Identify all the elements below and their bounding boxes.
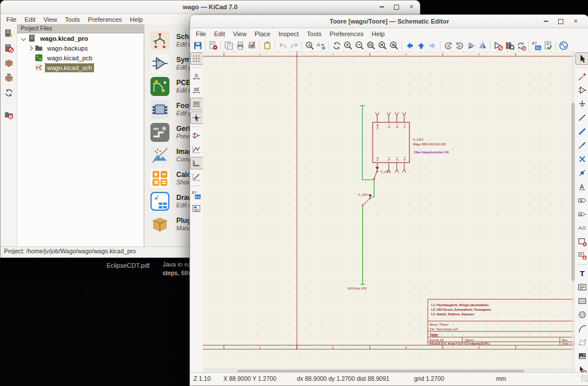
pm-menu-file[interactable]: File [2, 15, 21, 24]
pm-menu-help[interactable]: Help [126, 15, 147, 24]
rectangle-tool[interactable] [575, 295, 588, 307]
nav-forward-button[interactable] [427, 40, 438, 51]
sch-menu-place[interactable]: Place [250, 29, 274, 38]
mirror-vertical-button[interactable] [465, 40, 477, 51]
pm-menu-preferences[interactable]: Preferences [84, 15, 126, 24]
sch-menu-file[interactable]: File [192, 29, 210, 38]
new-project-button[interactable] [2, 26, 16, 39]
simulator-button[interactable] [558, 40, 569, 51]
schematic-canvas[interactable]: 1 2 3 4 12 34 [203, 51, 575, 369]
bus-entry-tool[interactable] [575, 139, 588, 152]
nav-back-button[interactable] [404, 40, 415, 51]
textbox-tool[interactable] [575, 281, 588, 294]
annotate-button[interactable]: R?R42 [531, 40, 542, 51]
tree-item-wago-kicad-pcb[interactable]: wago.kicad_pcb [17, 53, 144, 63]
no-connect-tool[interactable] [575, 153, 588, 165]
save-button[interactable] [192, 40, 203, 51]
hv-wires-toggle[interactable] [190, 157, 203, 169]
pm-maximize-button[interactable] [392, 2, 401, 12]
45-degree-wires-toggle[interactable] [190, 171, 203, 183]
sch-titlebar[interactable]: Toore [wago/Toore] — Schematic Editor × [190, 15, 588, 28]
expander-right-icon[interactable] [28, 45, 33, 51]
schematic-editor-window[interactable]: Toore [wago/Toore] — Schematic Editor × … [189, 14, 588, 386]
select-tool[interactable] [575, 52, 588, 65]
netclass-directive-tool[interactable]: A [575, 222, 588, 234]
edit-symbol-button[interactable] [492, 40, 504, 51]
canvas-vertical-scrollbar[interactable] [571, 51, 575, 369]
sch-minimize-button[interactable] [541, 17, 551, 26]
place-power-tool[interactable] [575, 98, 588, 110]
find-replace-button[interactable]: AB [315, 40, 327, 51]
symbol-library-browser-button[interactable] [504, 40, 515, 51]
close-project-button[interactable] [2, 41, 16, 54]
hierarchical-sheet-tool[interactable] [575, 236, 588, 248]
restore-backup-button[interactable] [2, 108, 16, 121]
sch-menu-tools[interactable]: Tools [303, 29, 326, 38]
find-button[interactable]: A [304, 40, 315, 51]
component-x-ug3[interactable]: OutN 2L1 2L2 2L3 InN 1L1 1L2 1L3 X_UG3 W… [373, 113, 449, 173]
page-settings-button[interactable] [223, 40, 234, 51]
pm-close-button[interactable]: × [407, 2, 416, 12]
pm-menu-view[interactable]: View [40, 15, 61, 24]
pm-titlebar[interactable]: wago — KiCad 7.0 × [1, 1, 420, 14]
refresh-tree-button[interactable] [2, 86, 16, 99]
show-hidden-pins-toggle[interactable] [190, 129, 203, 142]
unarchive-project-button[interactable] [2, 71, 16, 84]
arc-tool[interactable] [575, 322, 588, 335]
bus-tool[interactable] [575, 125, 588, 138]
sch-close-button[interactable]: × [571, 17, 581, 26]
junction-tool[interactable] [575, 167, 588, 179]
plot-button[interactable] [246, 40, 257, 51]
switch-x-ug2[interactable]: X_UG2 [373, 163, 390, 180]
free-angle-wires-toggle[interactable] [190, 143, 203, 156]
switch-x-ug4[interactable]: X_UG4 [358, 193, 372, 206]
zoom-out-button[interactable] [354, 40, 365, 51]
paste-button[interactable] [261, 40, 273, 51]
expander-down-icon[interactable] [21, 36, 26, 41]
zoom-in-button[interactable] [342, 40, 354, 51]
schematic-setup-button[interactable] [207, 40, 219, 51]
highlight-net-tool[interactable] [575, 70, 588, 83]
erc-button[interactable] [542, 40, 554, 51]
pm-menu-edit[interactable]: Edit [21, 15, 40, 24]
hierarchical-label-tool[interactable]: A [575, 208, 588, 221]
hierarchy-navigator-toggle[interactable] [190, 202, 203, 215]
image-tool[interactable] [575, 350, 588, 362]
polygon-tool[interactable] [575, 336, 588, 349]
global-label-tool[interactable]: A [575, 194, 588, 207]
nav-up-button[interactable] [415, 40, 427, 51]
rotate-cw-button[interactable] [454, 40, 465, 51]
undo-button[interactable] [277, 40, 288, 51]
mirror-horizontal-button[interactable] [477, 40, 488, 51]
show-grid-toggle[interactable] [190, 52, 203, 65]
desktop-file-eclipsecdt[interactable]: EclipseCDT.pdf [92, 261, 164, 270]
crosshair-cursor-toggle[interactable] [190, 111, 203, 124]
zoom-objects-button[interactable] [377, 40, 388, 51]
rotate-ccw-button[interactable] [442, 40, 454, 51]
pm-menu-tools[interactable]: Tools [61, 15, 84, 24]
archive-project-button[interactable] [2, 56, 16, 69]
sch-menu-preferences[interactable]: Preferences [326, 29, 368, 38]
print-button[interactable] [234, 40, 246, 51]
update-symbols-button[interactable] [515, 40, 527, 51]
zoom-selection-button[interactable] [388, 40, 400, 51]
place-symbol-tool[interactable] [575, 84, 588, 96]
sch-menu-edit[interactable]: Edit [210, 29, 229, 38]
net-label-tool[interactable]: A [575, 180, 588, 193]
redo-button[interactable] [288, 40, 300, 51]
text-tool[interactable]: T [575, 267, 588, 280]
circle-tool[interactable] [575, 308, 588, 321]
import-sheet-pin-tool[interactable]: A [575, 249, 588, 262]
sch-menu-view[interactable]: View [229, 29, 251, 38]
tree-item-wago-backups[interactable]: wago-backups [17, 43, 144, 53]
sch-menu-inspect[interactable]: Inspect [274, 29, 303, 38]
tree-item-wago-kicad-sch[interactable]: wago.kicad_sch [17, 63, 144, 72]
units-inches-button[interactable]: in [190, 70, 203, 83]
wire-tool[interactable] [575, 111, 588, 124]
show-annotation-toggle[interactable]: R?R42 [190, 188, 203, 201]
refresh-view-button[interactable] [331, 40, 342, 51]
units-mils-button[interactable]: mil [190, 84, 203, 96]
sch-maximize-button[interactable] [556, 17, 566, 26]
zoom-fit-button[interactable] [365, 40, 377, 51]
pm-minimize-button[interactable] [377, 2, 386, 12]
